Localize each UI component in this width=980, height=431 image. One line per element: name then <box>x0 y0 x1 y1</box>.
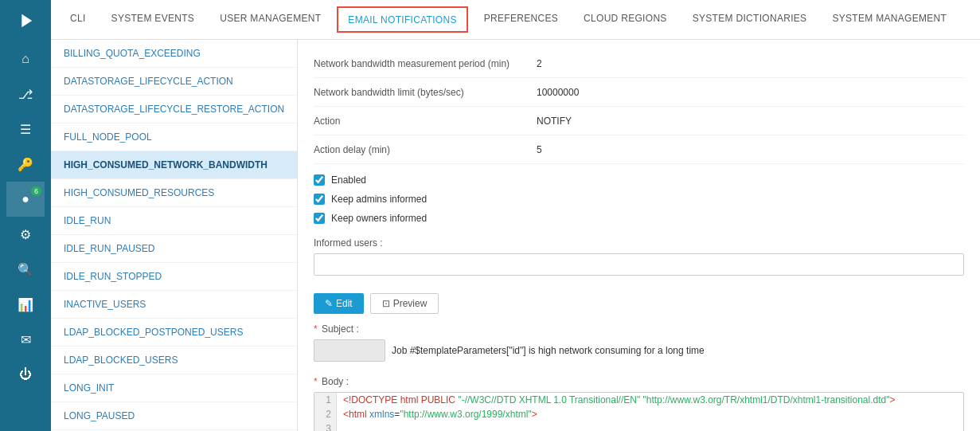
preview-button[interactable]: ⊡ Preview <box>370 293 439 314</box>
checkbox-enabled-row: Enabled <box>314 170 964 190</box>
field-label-bandwidth-period: Network bandwidth measurement period (mi… <box>314 58 537 69</box>
event-item-datastorage-lifecycle[interactable]: DATASTORAGE_LIFECYCLE_ACTION <box>51 68 297 96</box>
preview-label: Preview <box>393 298 428 309</box>
informed-users-input[interactable] <box>314 253 964 276</box>
subject-required-marker: * <box>314 323 318 335</box>
checkbox-keep-owners[interactable] <box>314 213 325 224</box>
field-label-bandwidth-limit: Network bandwidth limit (bytes/sec) <box>314 87 537 98</box>
nav-cli[interactable]: CLI <box>57 0 99 39</box>
line-content-1: <!DOCTYPE html PUBLIC "-//W3C//DTD XHTML… <box>337 393 901 407</box>
checkbox-keep-admins-label: Keep admins informed <box>331 194 427 205</box>
event-list: BILLING_QUOTA_EXCEEDING DATASTORAGE_LIFE… <box>51 40 298 431</box>
event-item-idle-run[interactable]: IDLE_RUN <box>51 207 297 235</box>
subject-row: Job #$templateParameters["id"] is high n… <box>314 339 964 362</box>
checkbox-keep-owners-row: Keep owners informed <box>314 209 964 228</box>
event-item-long-init[interactable]: LONG_INIT <box>51 374 297 402</box>
event-item-long-paused[interactable]: LONG_PAUSED <box>51 402 297 430</box>
event-item-billing[interactable]: BILLING_QUOTA_EXCEEDING <box>51 40 297 68</box>
code-line-3: 3 <box>314 421 963 431</box>
line-num-1: 1 <box>314 393 337 407</box>
nav-user-management[interactable]: USER MANAGEMENT <box>207 0 334 39</box>
code-editor[interactable]: 1 <!DOCTYPE html PUBLIC "-//W3C//DTD XHT… <box>314 392 964 431</box>
edit-label: Edit <box>336 298 353 309</box>
field-value-bandwidth-limit: 10000000 <box>537 87 579 98</box>
edit-button[interactable]: ✎ Edit <box>314 293 364 314</box>
nav-cloud-regions[interactable]: CLOUD REGIONS <box>571 0 680 39</box>
event-item-label: HIGH_CONSUMED_NETWORK_BANDWIDTH <box>64 159 267 170</box>
checkbox-keep-owners-label: Keep owners informed <box>331 213 427 224</box>
action-buttons: ✎ Edit ⊡ Preview <box>314 288 964 319</box>
content-area: BILLING_QUOTA_EXCEEDING DATASTORAGE_LIFE… <box>51 40 980 431</box>
search-icon[interactable]: 🔍 <box>6 252 45 287</box>
event-item-ldap-blocked[interactable]: LDAP_BLOCKED_USERS <box>51 347 297 374</box>
event-item-idle-run-stopped[interactable]: IDLE_RUN_STOPPED <box>51 263 297 291</box>
field-action: Action NOTIFY <box>314 107 964 135</box>
code-line-1: 1 <!DOCTYPE html PUBLIC "-//W3C//DTD XHT… <box>314 393 963 407</box>
informed-users-label: Informed users : <box>314 237 964 249</box>
field-label-action-delay: Action delay (min) <box>314 144 537 155</box>
line-num-3: 3 <box>314 421 337 431</box>
nav-preferences[interactable]: PREFERENCES <box>471 0 571 39</box>
key-icon[interactable]: 🔑 <box>6 147 45 182</box>
checkbox-keep-admins-row: Keep admins informed <box>314 190 964 209</box>
preview-icon: ⊡ <box>382 298 390 309</box>
body-section: * Body : 1 <!DOCTYPE html PUBLIC "-//W3C… <box>314 373 964 431</box>
edit-icon: ✎ <box>325 298 333 309</box>
list-icon[interactable]: ☰ <box>6 112 45 147</box>
subject-prefix-input[interactable] <box>314 339 385 362</box>
body-label: * Body : <box>314 376 964 387</box>
app-logo[interactable] <box>11 6 40 35</box>
event-item-high-consumed-network[interactable]: HIGH_CONSUMED_NETWORK_BANDWIDTH ➜ <box>51 151 297 179</box>
main-area: CLI SYSTEM EVENTS USER MANAGEMENT EMAIL … <box>51 0 980 431</box>
body-title: Body : <box>322 376 349 387</box>
detail-panel: Network bandwidth measurement period (mi… <box>298 40 980 431</box>
event-item-inactive-users[interactable]: INACTIVE_USERS <box>51 291 297 319</box>
field-action-delay: Action delay (min) 5 <box>314 135 964 164</box>
field-bandwidth-limit: Network bandwidth limit (bytes/sec) 1000… <box>314 78 964 107</box>
field-bandwidth-period: Network bandwidth measurement period (mi… <box>314 49 964 78</box>
power-icon[interactable]: ⏻ <box>6 357 45 392</box>
nav-system-management[interactable]: SYSTEM MANAGEMENT <box>819 0 959 39</box>
branch-icon[interactable]: ⎇ <box>6 76 45 112</box>
settings-icon[interactable]: ⚙ <box>6 217 45 252</box>
event-item-high-consumed-resources[interactable]: HIGH_CONSUMED_RESOURCES <box>51 179 297 207</box>
field-value-bandwidth-period: 2 <box>537 58 542 69</box>
sidebar: ⌂ ⎇ ☰ 🔑 ● 6 ⚙ 🔍 📊 ✉ ⏻ <box>0 0 51 431</box>
event-item-full-node-pool[interactable]: FULL_NODE_POOL <box>51 123 297 151</box>
chart-icon[interactable]: 📊 <box>6 287 45 322</box>
home-icon[interactable]: ⌂ <box>6 41 45 76</box>
event-item-idle-run-paused[interactable]: IDLE_RUN_PAUSED <box>51 235 297 263</box>
event-item-ldap-blocked-postponed[interactable]: LDAP_BLOCKED_POSTPONED_USERS <box>51 319 297 347</box>
informed-users-section: Informed users : <box>314 231 964 288</box>
field-value-action: NOTIFY <box>537 116 572 127</box>
field-value-action-delay: 5 <box>537 144 542 155</box>
nav-email-notifications[interactable]: EMAIL NOTIFICATIONS <box>337 6 467 33</box>
checkbox-enabled[interactable] <box>314 174 325 186</box>
event-item-datastorage-lifecycle-restore[interactable]: DATASTORAGE_LIFECYCLE_RESTORE_ACTION <box>51 96 297 123</box>
body-required-marker: * <box>314 376 318 387</box>
mail-icon[interactable]: ✉ <box>6 322 45 357</box>
line-content-3 <box>337 421 352 431</box>
checkbox-keep-admins[interactable] <box>314 194 325 205</box>
nav-system-events[interactable]: SYSTEM EVENTS <box>99 0 208 39</box>
subject-text-value: Job #$templateParameters["id"] is high n… <box>392 345 705 356</box>
subject-title: Subject : <box>322 323 359 335</box>
alert-badge: 6 <box>31 186 41 196</box>
top-nav: CLI SYSTEM EVENTS USER MANAGEMENT EMAIL … <box>51 0 980 40</box>
alert-icon[interactable]: ● 6 <box>6 182 45 217</box>
checkbox-enabled-label: Enabled <box>331 174 366 186</box>
line-content-2: <html xmlns="http://www.w3.org/1999/xhtm… <box>337 407 544 421</box>
field-label-action: Action <box>314 116 537 127</box>
nav-system-dictionaries[interactable]: SYSTEM DICTIONARIES <box>680 0 820 39</box>
line-num-2: 2 <box>314 407 337 421</box>
code-line-2: 2 <html xmlns="http://www.w3.org/1999/xh… <box>314 407 963 421</box>
subject-section: * Subject : Job #$templateParameters["id… <box>314 319 964 373</box>
subject-label: * Subject : <box>314 323 964 335</box>
